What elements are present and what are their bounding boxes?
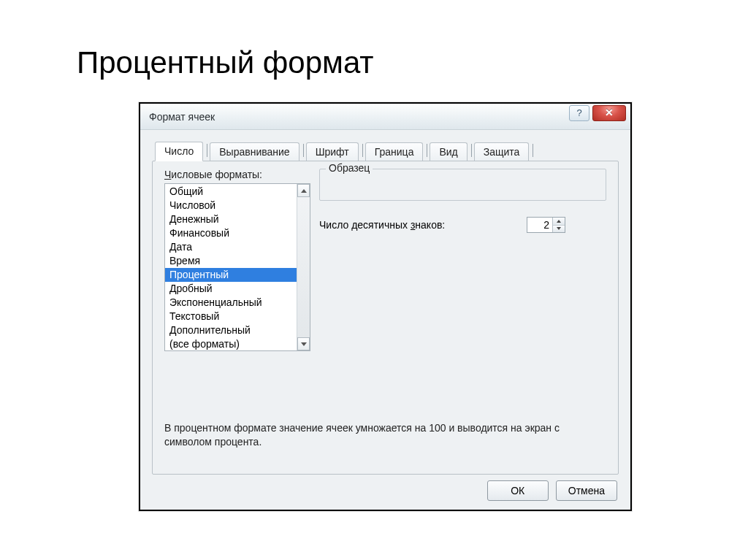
dialog-body: Число Выравнивание Шрифт Граница Вид Защ…: [140, 130, 630, 510]
format-description: В процентном формате значение ячеек умно…: [164, 421, 605, 449]
list-item[interactable]: Финансовый: [165, 226, 297, 240]
sample-label: Образец: [326, 162, 373, 174]
scroll-down-button[interactable]: [297, 337, 310, 350]
tab-protection[interactable]: Защита: [474, 142, 530, 161]
sample-groupbox: Образец: [319, 169, 606, 201]
tab-separator: [207, 144, 207, 157]
listbox-scrollbar[interactable]: [297, 184, 310, 350]
list-item[interactable]: Дробный: [165, 282, 297, 296]
list-item-selected[interactable]: Процентный: [165, 268, 297, 282]
scroll-up-button[interactable]: [297, 184, 310, 197]
tab-separator: [533, 144, 533, 157]
list-item[interactable]: Текстовый: [165, 310, 297, 323]
page-title: Процентный формат: [77, 45, 374, 80]
chevron-up-icon: [301, 189, 307, 193]
tab-number[interactable]: Число: [155, 142, 203, 161]
chevron-down-icon: [301, 342, 307, 346]
ok-button[interactable]: ОК: [487, 480, 549, 501]
decimal-places-label: Число десятичных знаков:: [319, 219, 445, 231]
chevron-up-icon: [557, 220, 561, 223]
dialog-title: Формат ячеек: [149, 111, 215, 123]
list-item[interactable]: Денежный: [165, 212, 297, 226]
decimal-places-spinner[interactable]: [527, 217, 565, 233]
spinner-down-button[interactable]: [553, 226, 565, 233]
list-item[interactable]: Дата: [165, 240, 297, 254]
spinner-up-button[interactable]: [553, 218, 565, 226]
dialog-titlebar: Формат ячеек ? ✕: [140, 104, 630, 130]
tab-panel-number: Числовые форматы: Общий Числовой Денежны…: [152, 161, 619, 475]
tab-alignment[interactable]: Выравнивание: [210, 142, 299, 161]
close-button[interactable]: ✕: [592, 105, 626, 121]
tab-font[interactable]: Шрифт: [306, 142, 359, 161]
tabs-row: Число Выравнивание Шрифт Граница Вид Защ…: [155, 140, 619, 161]
format-listbox[interactable]: Общий Числовой Денежный Финансовый Дата …: [164, 183, 310, 351]
list-item[interactable]: Общий: [165, 185, 297, 199]
cancel-button[interactable]: Отмена: [556, 480, 617, 501]
help-button[interactable]: ?: [569, 105, 589, 121]
list-item[interactable]: Время: [165, 254, 297, 268]
list-item[interactable]: (все форматы): [165, 337, 297, 351]
tab-separator: [362, 144, 363, 157]
format-cells-dialog: Формат ячеек ? ✕ Число Выравнивание Шриф…: [139, 102, 632, 511]
list-item[interactable]: Экспоненциальный: [165, 296, 297, 310]
chevron-down-icon: [557, 227, 561, 230]
tab-separator: [303, 144, 304, 157]
formats-label: Числовые форматы:: [164, 169, 310, 180]
list-item[interactable]: Числовой: [165, 199, 297, 212]
tab-border[interactable]: Граница: [365, 142, 424, 161]
decimal-places-input[interactable]: [527, 218, 552, 232]
tab-fill[interactable]: Вид: [430, 142, 467, 161]
list-item[interactable]: Дополнительный: [165, 323, 297, 337]
tab-separator: [471, 144, 472, 157]
tab-separator: [427, 144, 427, 157]
